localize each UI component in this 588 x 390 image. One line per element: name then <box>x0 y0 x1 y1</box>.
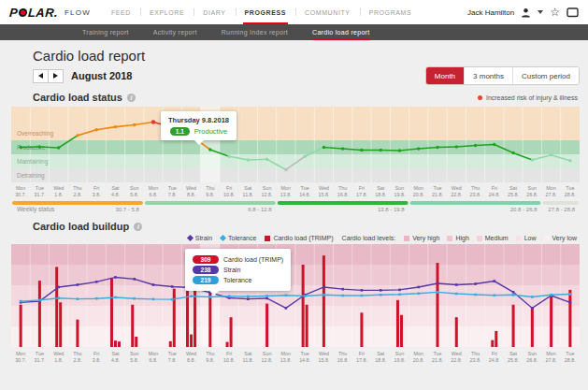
svg-text:Wed: Wed <box>186 185 196 191</box>
svg-text:19.8.: 19.8. <box>394 192 405 197</box>
nav-item-progress[interactable]: PROGRESS <box>236 0 295 24</box>
svg-text:Thu: Thu <box>338 185 347 191</box>
tolerance-diamond-icon <box>220 235 226 241</box>
subnav-item-cardio-load-report[interactable]: Cardio load report <box>312 24 369 40</box>
svg-text:Mon: Mon <box>281 351 292 356</box>
buildup-tooltip: 309Cardio load (TRIMP)238Strain219Tolera… <box>185 249 291 291</box>
status-point-0 <box>19 146 22 149</box>
trimp-bar-day-16 <box>323 255 325 347</box>
status-point-1 <box>38 145 41 148</box>
subnav-item-running-index-report[interactable]: Running Index report <box>222 24 288 40</box>
trimp-bar-day-25 <box>491 340 494 347</box>
trimp-bar-day-15 <box>302 265 305 347</box>
svg-text:Mon: Mon <box>281 185 292 191</box>
legend-strain: Strain <box>188 235 212 241</box>
high-square-icon <box>447 236 452 241</box>
nav-item-community[interactable]: COMMUNITY <box>295 0 360 24</box>
status-point-17 <box>341 147 344 150</box>
weekly-status-bar <box>145 201 276 205</box>
svg-text:7.8.: 7.8. <box>168 192 177 197</box>
trimp-bar-day-23 <box>455 317 458 347</box>
nav-item-programs[interactable]: PROGRAMS <box>360 0 422 24</box>
status-point-10 <box>208 148 211 151</box>
svg-text:28.8.: 28.8. <box>565 357 576 363</box>
svg-text:Sun: Sun <box>130 185 139 191</box>
user-menu[interactable]: Jack Hamilton <box>467 8 514 17</box>
trimp-bar-day-20 <box>396 300 399 347</box>
trimp-bar-day-11 <box>226 342 229 347</box>
subnav-item-activity-report[interactable]: Activity report <box>153 24 197 40</box>
caret-down-icon[interactable] <box>538 10 543 14</box>
buildup-chart-wrap: Mon30.7.Tue31.7.Wed1.8.Thu2.8.Fri3.8.Sat… <box>11 244 580 366</box>
levels-label: Cardio load levels: <box>342 235 396 241</box>
levels-legend: Very highHighMediumLowVery low <box>404 235 577 241</box>
status-point-14 <box>284 168 287 171</box>
svg-text:24.8.: 24.8. <box>489 192 500 197</box>
polar-logo[interactable]: PLAR. <box>8 6 58 20</box>
svg-text:Wed: Wed <box>186 351 196 356</box>
info-icon[interactable]: i <box>127 94 136 102</box>
svg-text:30.7 - 5.8: 30.7 - 5.8 <box>116 207 140 212</box>
svg-text:Sat: Sat <box>244 351 252 356</box>
period-label: August 2018 <box>71 70 132 81</box>
cardio-load-status-chart[interactable]: OverreachingProductiveMaintainingDetrain… <box>11 107 580 214</box>
svg-text:8.8.: 8.8. <box>187 192 195 197</box>
subnav-item-training-report[interactable]: Training report <box>82 24 129 40</box>
status-point-25 <box>493 143 495 146</box>
svg-text:9.8.: 9.8. <box>206 357 214 363</box>
svg-text:21.8.: 21.8. <box>432 357 443 363</box>
svg-text:1.8.: 1.8. <box>54 357 63 363</box>
svg-text:16.8.: 16.8. <box>337 357 349 363</box>
period-button-3-months[interactable]: 3 months <box>464 67 512 84</box>
svg-text:3.8.: 3.8. <box>93 357 101 363</box>
svg-text:Sat: Sat <box>111 351 120 356</box>
status-point-16 <box>323 146 325 149</box>
status-point-19 <box>380 149 382 152</box>
svg-text:Thu: Thu <box>206 185 214 191</box>
status-point-26 <box>511 152 514 154</box>
status-section-title: Cardio load status <box>33 92 122 103</box>
trimp-bar-day-2 <box>55 267 58 347</box>
period-button-custom-period[interactable]: Custom period <box>512 67 579 84</box>
status-point-6 <box>133 123 136 126</box>
nav-item-explore[interactable]: EXPLORE <box>140 0 194 24</box>
favorites-star-icon[interactable]: ☆ <box>550 7 560 17</box>
svg-text:Tue: Tue <box>433 185 441 191</box>
svg-text:21.8.: 21.8. <box>432 192 443 197</box>
svg-text:Sun: Sun <box>263 185 272 191</box>
previous-period-button[interactable] <box>33 69 49 83</box>
period-arrows <box>33 69 64 83</box>
legend-tolerance: Tolerance <box>221 235 256 241</box>
svg-text:Fri: Fri <box>492 185 497 191</box>
nav-item-feed[interactable]: FEED <box>102 0 140 24</box>
svg-text:Thu: Thu <box>471 351 480 356</box>
next-period-button[interactable] <box>48 69 64 83</box>
weekly-status-bar <box>12 201 143 205</box>
user-icon[interactable] <box>521 7 531 18</box>
feedback-icon[interactable] <box>566 7 579 18</box>
svg-text:28.8.: 28.8. <box>565 192 576 197</box>
svg-text:10.8.: 10.8. <box>223 192 235 197</box>
user-area: Jack Hamilton ☆ <box>467 7 579 18</box>
level-legend-medium: Medium <box>477 235 509 241</box>
svg-text:4.8.: 4.8. <box>111 357 120 363</box>
trimp-bar-day-5 <box>118 341 121 347</box>
status-chart-wrap: OverreachingProductiveMaintainingDetrain… <box>11 107 580 214</box>
level-legend-high: High <box>447 235 468 241</box>
svg-text:Thu: Thu <box>471 185 480 191</box>
trimp-bar-day-6 <box>135 337 137 347</box>
trimp-bar-day-2 <box>59 302 62 347</box>
legend-trimp: Cardio load (TRIMP) <box>265 235 333 241</box>
svg-text:4.8.: 4.8. <box>111 192 120 197</box>
svg-text:Wed: Wed <box>452 351 462 356</box>
trimp-bar-day-27 <box>531 307 534 347</box>
info-icon[interactable]: i <box>134 223 142 231</box>
trimp-bar-day-25 <box>495 331 497 347</box>
status-point-23 <box>455 145 458 148</box>
trimp-bar-day-15 <box>306 305 308 347</box>
period-button-month[interactable]: Month <box>426 67 464 84</box>
cardio-load-buildup-chart[interactable]: Mon30.7.Tue31.7.Wed1.8.Thu2.8.Fri3.8.Sat… <box>11 244 580 366</box>
svg-text:6.8 - 12.8: 6.8 - 12.8 <box>248 207 272 212</box>
nav-item-diary[interactable]: DIARY <box>194 0 235 24</box>
svg-text:Wed: Wed <box>319 185 329 191</box>
